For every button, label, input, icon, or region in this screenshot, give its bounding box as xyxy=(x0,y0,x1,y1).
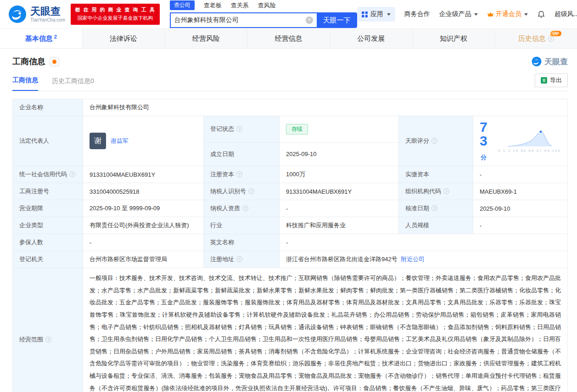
menu-open-vip[interactable]: 开通会员 xyxy=(487,10,528,18)
menu-super-risk[interactable]: 超级风... xyxy=(555,10,577,18)
field-label: 企业名称 xyxy=(13,99,83,116)
logo-title: 天眼查 xyxy=(30,6,65,17)
export-label: 导出 xyxy=(550,76,562,84)
search-tab-company[interactable]: 查公司 xyxy=(170,0,195,10)
tyc-score-value: 73分 0 1 3 15 50 65 97 99 100 xyxy=(473,116,568,166)
company-type-value: 有限责任公司(外商投资企业法人独资) xyxy=(83,217,204,234)
tyc-score-label: 天眼评分 xyxy=(405,137,429,144)
tianyancha-logo[interactable]: 天眼查 TianYanCha.com xyxy=(8,5,65,23)
broadcast-icon[interactable] xyxy=(50,57,59,67)
field-label: 登记机关 xyxy=(13,251,83,268)
establish-date-label: 成立日期 xyxy=(210,151,234,157)
business-scope-label: 经营范围 xyxy=(19,336,43,343)
score-widget[interactable]: 73分 0 1 3 15 50 65 97 99 100 xyxy=(480,120,561,162)
tab-ip-label: 知识产权 xyxy=(440,34,467,43)
enterprise-label: 企业级产品 xyxy=(439,10,471,18)
score-curve-icon xyxy=(507,129,553,148)
tab-development-label: 公司发展 xyxy=(357,34,385,43)
help-icon[interactable] xyxy=(69,171,75,177)
search-area: 查公司 查老板 查关系 查风险 天眼一下 xyxy=(170,0,357,28)
approval-date-value: 2025-09-10 xyxy=(473,200,568,217)
caret-down-icon xyxy=(387,13,391,16)
tab-basic-info-count: 2 xyxy=(54,34,57,39)
tab-legal-proceedings[interactable]: 法律诉讼 xyxy=(83,29,165,48)
company-name-value: 台州象鲜科技有限公司 xyxy=(83,99,568,116)
help-icon[interactable] xyxy=(431,138,437,144)
vip-badge: VIP xyxy=(550,31,562,36)
nearby-companies-link[interactable]: 附近公司 xyxy=(401,256,425,263)
business-term-label: 营业期限 xyxy=(19,205,43,212)
field-label: 纳税人识别号 xyxy=(204,183,280,200)
tab-history-info[interactable]: 历史信息 VIP xyxy=(495,29,577,48)
field-label: 英文名称 xyxy=(204,234,280,251)
field-label: 统一社会信用代码 xyxy=(13,166,83,183)
tianyancha-watermark: 天眼查 xyxy=(532,56,568,67)
menu-enterprise-products[interactable]: 企业级产品 xyxy=(439,10,478,18)
reg-status-label: 登记状态 xyxy=(210,125,234,132)
tab-intellectual-property[interactable]: 知识产权 xyxy=(413,29,495,48)
tab-legal-label: 法律诉讼 xyxy=(110,34,137,43)
help-icon[interactable] xyxy=(236,256,242,262)
company-name-label: 企业名称 xyxy=(19,104,43,111)
insured-count-value: - xyxy=(83,234,204,251)
top-bar: 天眼查 TianYanCha.com 都 在 用 的 商 业 查 询 工 具 国… xyxy=(0,0,577,28)
help-icon[interactable] xyxy=(431,205,437,211)
subtab-business-info[interactable]: 工商信息 xyxy=(12,76,38,91)
field-label: 实缴资本 xyxy=(399,166,473,183)
search-tab-risk[interactable]: 查风险 xyxy=(258,1,276,10)
tab-history-label: 历史信息 xyxy=(518,34,546,43)
export-button[interactable]: 导出 xyxy=(535,73,568,87)
notification-bell[interactable] xyxy=(537,11,545,18)
tab-operation-info[interactable]: 经营信息 xyxy=(247,29,330,48)
score-axis: 0 1 3 15 50 65 97 99 100 xyxy=(498,149,561,153)
caret-down-icon xyxy=(474,13,478,16)
subtab-history-business-info[interactable]: 历史工商信息0 xyxy=(52,77,94,91)
reg-status-value: 存续 xyxy=(280,116,399,143)
table-row: 参保人数 - 英文名称 - xyxy=(13,234,568,251)
menu-business-cooperation[interactable]: 商务合作 xyxy=(404,10,430,18)
insured-count-label: 参保人数 xyxy=(19,239,43,246)
clear-icon[interactable] xyxy=(306,17,313,24)
tab-operation-risk[interactable]: 经营风险 xyxy=(165,29,247,48)
establish-date-value: 2025-09-10 xyxy=(280,142,399,166)
subtab-bar: 工商信息 历史工商信息0 导出 xyxy=(12,73,568,91)
search-tab-relation[interactable]: 查关系 xyxy=(231,1,249,10)
field-label: 注册地址 xyxy=(204,251,280,268)
staff-size-label: 人员规模 xyxy=(405,222,429,229)
help-icon[interactable] xyxy=(242,205,248,211)
search-button[interactable]: 天眼一下 xyxy=(317,12,357,28)
search-tab-boss[interactable]: 查老板 xyxy=(204,1,222,10)
industry-label: 行业 xyxy=(210,222,222,229)
section-header: 工商信息 天眼查 xyxy=(12,56,568,67)
company-name-text: 台州象鲜科技有限公司 xyxy=(90,104,149,111)
table-row: 营业期限 2025-09-10 至 9999-09-09 纳税人资质 - 核准日… xyxy=(13,200,568,217)
tab-basic-info[interactable]: 基本信息 2 xyxy=(0,29,83,48)
help-icon[interactable] xyxy=(236,171,242,177)
search-input[interactable] xyxy=(171,17,306,24)
table-row: 登记机关 台州市路桥区市场监督管理局 注册地址 浙江省台州市路桥区路北街道金洋路… xyxy=(13,251,568,268)
table-row: 法定代表人 谢 谢益军 登记状态 存续 天眼评分 73分 xyxy=(13,116,568,143)
help-icon[interactable] xyxy=(548,36,554,42)
watermark-label: 天眼查 xyxy=(544,56,568,67)
reg-capital-label: 注册资本 xyxy=(210,171,234,178)
field-label: 行业 xyxy=(204,217,280,234)
paid-capital-label: 实缴资本 xyxy=(405,171,429,178)
field-label: 登记状态 xyxy=(204,116,280,143)
help-icon[interactable] xyxy=(248,188,254,194)
avatar[interactable]: 谢 xyxy=(90,133,106,149)
legal-rep-link[interactable]: 谢益军 xyxy=(111,137,129,145)
help-icon[interactable] xyxy=(443,188,449,194)
english-name-value: - xyxy=(280,234,568,251)
industry-value: 科技推广和应用服务业 xyxy=(280,217,399,234)
company-nav-tabs: 基本信息 2 法律诉讼 经营风险 经营信息 公司发展 知识产权 历史信息 VIP xyxy=(0,28,577,49)
tab-company-development[interactable]: 公司发展 xyxy=(330,29,413,48)
search-row: 天眼一下 xyxy=(170,12,357,28)
field-label: 法定代表人 xyxy=(13,116,83,166)
field-label: 经营范围 xyxy=(13,268,83,392)
help-icon[interactable] xyxy=(236,126,242,132)
help-icon[interactable] xyxy=(45,336,51,342)
field-label: 核准日期 xyxy=(399,200,473,217)
apps-menu[interactable]: 应用 xyxy=(357,7,395,22)
field-label: 人员规模 xyxy=(399,217,473,234)
score-number: 73分 xyxy=(480,120,493,162)
